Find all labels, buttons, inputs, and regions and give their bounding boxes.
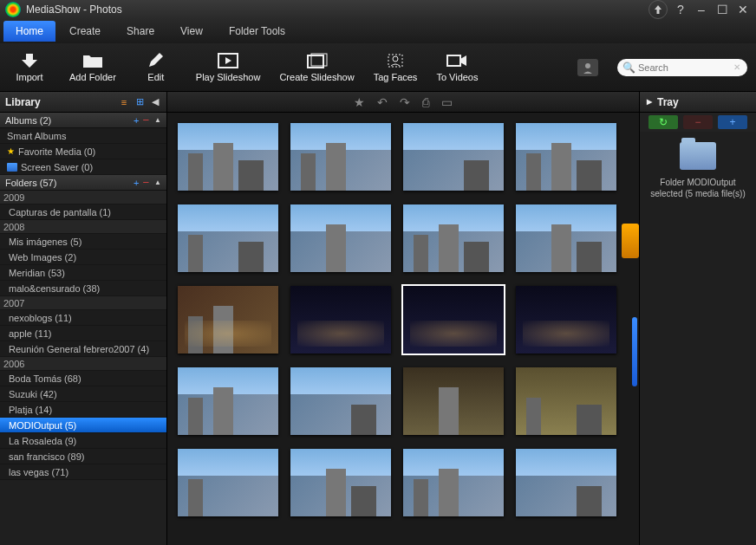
title-bar: MediaShow - Photos ? – ☐ ✕ [0, 0, 756, 19]
clear-search-icon[interactable]: ✕ [733, 62, 740, 72]
folder-item[interactable]: apple (11) [0, 326, 166, 341]
photo-thumbnail[interactable] [290, 286, 391, 354]
face-filter-button[interactable] [577, 59, 598, 76]
library-grid-view-icon[interactable]: ⊞ [134, 96, 146, 108]
year-header[interactable]: 2009 [0, 191, 166, 204]
search-box[interactable]: 🔍 ✕ [617, 59, 747, 76]
folder-item[interactable]: nexoblogs (11) [0, 310, 166, 326]
video-icon [446, 52, 467, 69]
vertical-scrollbar[interactable] [632, 317, 637, 386]
folder-item[interactable]: las vegas (71) [0, 464, 166, 480]
add-album-icon[interactable]: + [134, 115, 139, 126]
folder-item[interactable]: Mis imágenes (5) [0, 234, 166, 250]
tray-add-button[interactable]: ↻ [648, 115, 678, 129]
svg-point-4 [393, 56, 398, 62]
add-folder-icon[interactable]: + [134, 178, 139, 188]
folder-item[interactable]: Web Images (2) [0, 250, 166, 265]
chevron-up-icon: ▲ [154, 116, 161, 124]
photo-thumbnail-selected[interactable] [403, 286, 504, 354]
year-header[interactable]: 2007 [0, 296, 166, 310]
tray-remove-button[interactable]: − [683, 115, 713, 129]
favorite-media-item[interactable]: ★Favorite Media (0) [0, 144, 166, 159]
photo-thumbnail[interactable] [403, 449, 504, 516]
minimize-button[interactable]: – [694, 2, 709, 17]
year-header[interactable]: 2006 [0, 357, 166, 371]
upload-button[interactable] [648, 0, 668, 19]
folders-header[interactable]: Folders (57) +−▲ [0, 175, 166, 191]
photo-thumbnail[interactable] [516, 286, 616, 354]
albums-header[interactable]: Albums (2) +−▲ [0, 113, 166, 128]
photo-thumbnail[interactable] [178, 367, 278, 435]
search-icon: 🔍 [622, 62, 635, 74]
screen-saver-item[interactable]: Screen Saver (0) [0, 159, 166, 175]
photo-thumbnail[interactable] [290, 449, 391, 516]
scroll-indicator-icon[interactable] [622, 224, 639, 258]
photo-thumbnail[interactable] [178, 449, 278, 516]
help-button[interactable]: ? [673, 2, 688, 17]
edit-icon [146, 52, 166, 69]
edit-button[interactable]: Edit [135, 52, 177, 82]
content-toolbar: ★ ↶ ↷ ⎙ ▭ [167, 92, 639, 113]
photo-thumbnail[interactable] [178, 286, 278, 354]
add-folder-button[interactable]: Add Folder [69, 52, 116, 82]
tab-share[interactable]: Share [114, 21, 166, 42]
import-button[interactable]: Import [9, 52, 50, 82]
year-header[interactable]: 2008 [0, 220, 166, 234]
chevron-right-icon: ▶ [647, 98, 652, 106]
crop-icon[interactable]: ⎙ [422, 95, 429, 109]
folder-item[interactable]: Capturas de pantalla (1) [0, 204, 166, 220]
folder-item[interactable]: Reunión General febrero2007 (4) [0, 341, 166, 357]
tray-panel: ▶ Tray ↻ − + Folder MODIOutput selected … [639, 92, 756, 545]
rotate-right-icon[interactable]: ↷ [400, 95, 410, 109]
folder-item[interactable]: Suzuki (42) [0, 386, 166, 402]
folder-item[interactable]: MODIOutput (5) [0, 418, 166, 433]
window-title: MediaShow - Photos [26, 3, 122, 16]
tag-faces-button[interactable]: Tag Faces [374, 52, 418, 82]
photo-thumbnail[interactable] [403, 123, 504, 191]
folder-item[interactable]: Platja (14) [0, 402, 166, 418]
maximize-button[interactable]: ☐ [714, 2, 730, 17]
close-button[interactable]: ✕ [735, 2, 751, 17]
remove-folder-icon[interactable]: − [142, 176, 149, 189]
folder-item[interactable]: malo&censurado (38) [0, 281, 166, 296]
photo-thumbnail[interactable] [403, 367, 504, 435]
remove-album-icon[interactable]: − [142, 114, 149, 127]
tab-home[interactable]: Home [3, 21, 55, 42]
library-collapse-icon[interactable]: ◀ [149, 96, 161, 108]
create-slideshow-icon [307, 52, 328, 69]
tray-header[interactable]: ▶ Tray [640, 92, 756, 113]
photo-thumbnail[interactable] [178, 123, 278, 191]
photo-thumbnail[interactable] [516, 367, 616, 435]
photo-thumbnail[interactable] [516, 123, 616, 191]
favorite-icon[interactable]: ★ [354, 95, 365, 109]
menu-bar: Home Create Share View Folder Tools [0, 19, 756, 43]
tray-plus-button[interactable]: + [718, 115, 747, 129]
folder-item[interactable]: La Rosaleda (9) [0, 433, 166, 449]
tag-faces-icon [385, 52, 406, 69]
tray-selection-label: Folder MODIOutput selected (5 media file… [650, 177, 746, 199]
play-slideshow-button[interactable]: Play Slideshow [196, 52, 261, 82]
folder-item[interactable]: Meridian (53) [0, 265, 166, 281]
folder-icon [82, 52, 103, 69]
to-videos-button[interactable]: To Videos [436, 52, 478, 82]
folder-item[interactable]: Boda Tomás (68) [0, 371, 166, 386]
search-input[interactable] [638, 62, 733, 73]
tab-folder-tools[interactable]: Folder Tools [217, 21, 297, 42]
tab-create[interactable]: Create [57, 21, 113, 42]
folder-icon[interactable] [680, 142, 716, 170]
photo-thumbnail[interactable] [403, 204, 504, 272]
tab-view[interactable]: View [168, 21, 215, 42]
photo-thumbnail[interactable] [290, 367, 391, 435]
photo-thumbnail[interactable] [516, 449, 616, 516]
rotate-left-icon[interactable]: ↶ [377, 95, 388, 109]
create-slideshow-button[interactable]: Create Slideshow [279, 52, 354, 82]
photo-thumbnail[interactable] [290, 123, 391, 191]
photo-thumbnail[interactable] [516, 204, 616, 272]
smart-albums-item[interactable]: Smart Albums [0, 128, 166, 144]
tray-buttons: ↻ − + [640, 113, 756, 132]
folder-item[interactable]: san francisco (89) [0, 449, 166, 464]
slideshow-icon[interactable]: ▭ [441, 95, 453, 109]
library-list-view-icon[interactable]: ≡ [118, 96, 130, 108]
photo-thumbnail[interactable] [290, 204, 391, 272]
photo-thumbnail[interactable] [178, 204, 278, 272]
